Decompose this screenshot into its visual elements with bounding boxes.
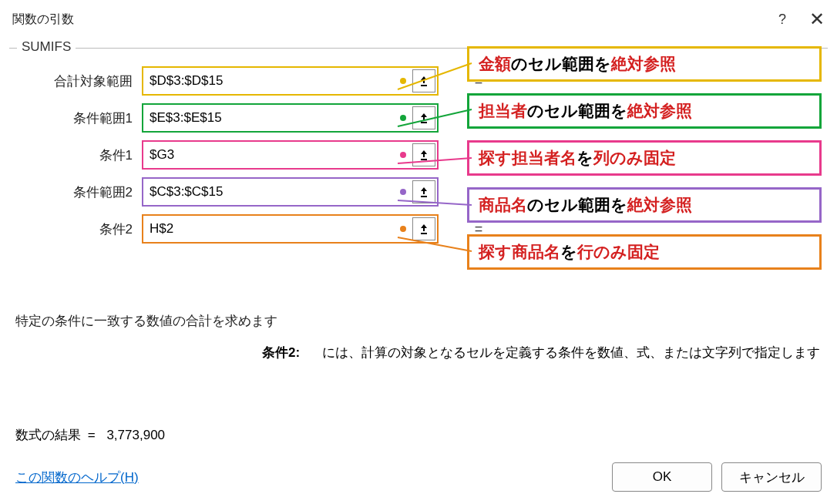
range-selector-button[interactable] <box>412 217 435 240</box>
arg-help-label: 条件2: <box>262 344 308 361</box>
range-selector-button[interactable] <box>412 180 435 203</box>
function-help-link[interactable]: この関数のヘルプ(H) <box>15 469 139 486</box>
callout-anchor <box>400 115 406 121</box>
arg-input-wrap <box>142 140 439 170</box>
titlebar: 関数の引数 ? ✕ <box>0 0 837 39</box>
arg-input-criteria-1[interactable] <box>143 142 400 168</box>
arg-help-text: には、計算の対象となるセルを定義する条件を数値、式、または文字列で指定します <box>322 344 820 361</box>
arg-input-criteria-range-1[interactable] <box>143 105 400 131</box>
range-selector-button[interactable] <box>412 143 435 166</box>
result-label: 数式の結果 <box>15 428 81 442</box>
cancel-button[interactable]: キャンセル <box>721 462 822 492</box>
callout-anchor <box>400 152 406 158</box>
arg-label: 条件範囲1 <box>17 109 133 127</box>
annotation-callouts: 金額のセル範囲を絶対参照 担当者のセル範囲を絶対参照 探す担当者名を列のみ固定 … <box>467 46 822 281</box>
argument-help: 条件2: には、計算の対象となるセルを定義する条件を数値、式、または文字列で指定… <box>15 344 822 361</box>
callout-anchor <box>400 226 406 232</box>
callout-criteria-range-2: 商品名のセル範囲を絶対参照 <box>467 187 822 223</box>
arg-label: 合計対象範囲 <box>17 72 133 90</box>
ok-button[interactable]: OK <box>612 462 712 492</box>
arg-label: 条件範囲2 <box>17 183 133 201</box>
range-selector-button[interactable] <box>412 106 435 129</box>
callout-anchor <box>400 189 406 195</box>
arg-input-wrap <box>142 66 439 96</box>
callout-anchor <box>400 78 406 84</box>
arg-input-criteria-range-2[interactable] <box>143 179 400 205</box>
arg-label: 条件2 <box>17 220 133 238</box>
arg-input-wrap <box>142 103 439 133</box>
arg-input-criteria-2[interactable] <box>143 216 400 242</box>
callout-criteria-1: 探す担当者名を列のみ固定 <box>467 140 822 176</box>
function-description: 特定の条件に一致する数値の合計を求めます <box>15 312 822 330</box>
callout-criteria-range-1: 担当者のセル範囲を絶対参照 <box>467 93 822 129</box>
arg-input-wrap <box>142 214 439 244</box>
arg-input-wrap <box>142 177 439 207</box>
dialog-title: 関数の引数 <box>12 12 74 28</box>
result-value: 3,773,900 <box>106 428 165 442</box>
range-selector-button[interactable] <box>412 69 435 92</box>
result-equals: = <box>88 428 96 442</box>
group-label: SUMIFS <box>17 39 76 55</box>
bottom-bar: この関数のヘルプ(H) OK キャンセル <box>15 462 822 492</box>
callout-criteria-2: 探す商品名を行のみ固定 <box>467 234 822 270</box>
close-button[interactable]: ✕ <box>809 8 825 30</box>
arg-label: 条件1 <box>17 146 133 164</box>
arg-input-sum-range[interactable] <box>143 68 400 94</box>
help-button[interactable]: ? <box>778 12 786 28</box>
formula-result: 数式の結果 = 3,773,900 <box>15 426 165 444</box>
callout-sum-range: 金額のセル範囲を絶対参照 <box>467 46 822 82</box>
